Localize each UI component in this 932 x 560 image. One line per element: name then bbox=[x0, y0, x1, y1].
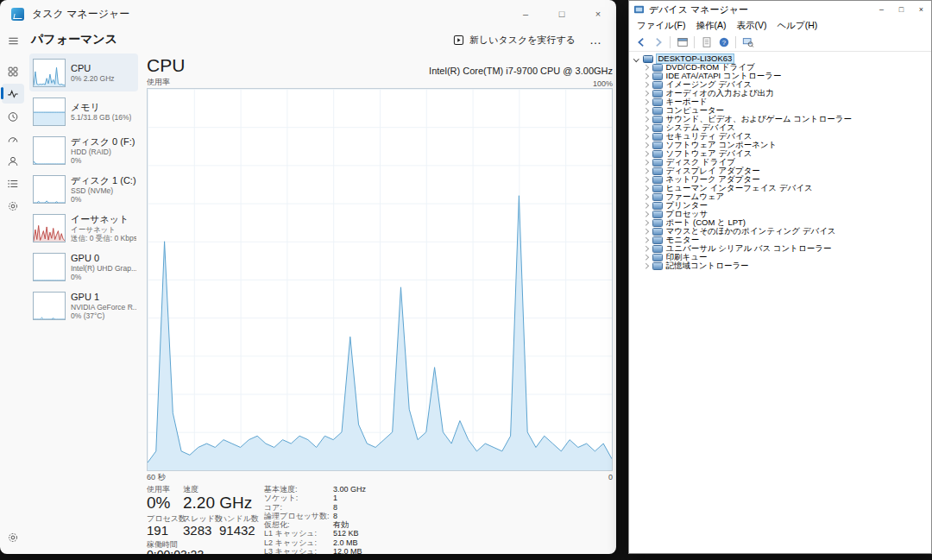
expand-chevron-icon[interactable] bbox=[643, 134, 648, 139]
expand-chevron-icon[interactable] bbox=[643, 263, 648, 268]
device-tree: DESKTOP-LI3OK63 DVD/CD-ROM ドライブ IDE ATA/… bbox=[629, 52, 931, 270]
usage-stat: 使用率 0% bbox=[147, 485, 183, 512]
settings-gear-icon[interactable] bbox=[2, 527, 24, 547]
performance-tab-icon[interactable] bbox=[2, 84, 24, 104]
disk-drives-icon bbox=[652, 159, 663, 167]
expand-chevron-icon[interactable] bbox=[643, 186, 648, 191]
expand-chevron-icon[interactable] bbox=[643, 194, 648, 199]
forward-icon[interactable] bbox=[651, 35, 665, 49]
more-options-button[interactable]: … bbox=[589, 33, 602, 47]
sidebar-item-disk1[interactable]: ディスク 1 (C:) SSD (NVMe) 0% bbox=[29, 170, 138, 208]
task-manager-window: タスク マネージャー – □ × bbox=[0, 0, 616, 554]
chart-axis-usage-label: 使用率 bbox=[147, 77, 170, 88]
sidebar-item-cpu[interactable]: CPU 0% 2.20 GHz bbox=[29, 53, 138, 91]
tree-item-storage-controllers[interactable]: 記憶域コントローラー bbox=[632, 261, 931, 270]
maximize-button[interactable]: □ bbox=[891, 1, 911, 18]
firmware-icon bbox=[652, 193, 663, 201]
expand-chevron-icon[interactable] bbox=[643, 211, 648, 217]
svg-text:?: ? bbox=[721, 38, 726, 46]
chart-axis-zero-label: 0 bbox=[608, 473, 613, 481]
close-button[interactable]: × bbox=[580, 0, 616, 28]
ide-ata-atapi-controller-icon bbox=[652, 72, 663, 80]
expand-chevron-icon[interactable] bbox=[643, 229, 648, 234]
chart-axis-time-label: 60 秒 bbox=[147, 472, 166, 483]
gpu0-mini-chart bbox=[33, 253, 66, 281]
page-title: パフォーマンス bbox=[31, 32, 117, 47]
expand-chevron-icon[interactable] bbox=[643, 220, 648, 225]
menu-view[interactable]: 表示(V) bbox=[731, 20, 771, 32]
keyboard-icon bbox=[652, 98, 663, 106]
expand-chevron-icon[interactable] bbox=[643, 237, 648, 242]
toolbar-separator bbox=[670, 36, 671, 48]
expand-chevron-icon[interactable] bbox=[643, 65, 648, 70]
mice-pointing-devices-icon bbox=[652, 228, 663, 236]
expand-chevron-icon[interactable] bbox=[643, 99, 648, 104]
processes-tab-icon[interactable] bbox=[2, 61, 24, 81]
details-tab-icon[interactable] bbox=[2, 173, 24, 193]
task-manager-titlebar[interactable]: タスク マネージャー – □ × bbox=[0, 0, 616, 28]
expand-chevron-icon[interactable] bbox=[643, 142, 648, 148]
properties-icon[interactable] bbox=[699, 35, 714, 49]
expand-chevron-icon[interactable] bbox=[643, 82, 648, 87]
startup-apps-tab-icon[interactable] bbox=[2, 129, 24, 148]
ethernet-mini-chart bbox=[33, 214, 66, 242]
close-button[interactable]: × bbox=[911, 1, 931, 18]
sidebar-item-ethernet[interactable]: イーサネット イーサネット 送信: 0 受信: 0 Kbps bbox=[29, 209, 138, 247]
app-history-tab-icon[interactable] bbox=[2, 106, 24, 126]
menu-file[interactable]: ファイル(F) bbox=[632, 20, 690, 32]
processors-icon bbox=[652, 211, 663, 218]
help-icon[interactable]: ? bbox=[716, 35, 731, 49]
toolbar-separator bbox=[694, 36, 695, 48]
cpu-stats: 使用率 0% 速度 2.20 GHz プロセス数 bbox=[147, 483, 613, 554]
device-manager-toolbar: ? bbox=[629, 33, 931, 52]
expand-chevron-icon[interactable] bbox=[643, 177, 648, 182]
speed-stat: 速度 2.20 GHz bbox=[183, 485, 219, 512]
services-tab-icon[interactable] bbox=[2, 196, 24, 216]
sidebar-item-memory[interactable]: メモリ 5.1/31.8 GB (16%) bbox=[29, 92, 138, 130]
collapse-chevron-icon[interactable] bbox=[633, 56, 639, 61]
expand-chevron-icon[interactable] bbox=[643, 108, 648, 113]
expand-chevron-icon[interactable] bbox=[643, 160, 648, 165]
expand-chevron-icon[interactable] bbox=[643, 73, 648, 79]
hamburger-menu-icon[interactable] bbox=[2, 31, 24, 51]
device-manager-titlebar[interactable]: デバイス マネージャー – □ × bbox=[629, 1, 931, 18]
cpu-mini-chart bbox=[33, 59, 66, 87]
expand-chevron-icon[interactable] bbox=[643, 125, 648, 130]
run-task-icon bbox=[453, 35, 464, 46]
audio-inputs-outputs-icon bbox=[652, 90, 663, 98]
disk0-mini-chart bbox=[33, 136, 66, 165]
chart-axis-max-label: 100% bbox=[593, 79, 613, 88]
expand-chevron-icon[interactable] bbox=[643, 151, 648, 156]
system-devices-icon bbox=[652, 124, 663, 132]
menu-help[interactable]: ヘルプ(H) bbox=[771, 20, 822, 32]
back-icon[interactable] bbox=[633, 35, 648, 49]
device-manager-window: デバイス マネージャー – □ × ファイル(F) 操作(A) 表示(V) ヘル… bbox=[628, 0, 932, 554]
expand-chevron-icon[interactable] bbox=[643, 255, 648, 260]
maximize-button[interactable]: □ bbox=[544, 0, 580, 28]
print-queues-icon bbox=[652, 254, 663, 261]
minimize-button[interactable]: – bbox=[507, 0, 544, 28]
device-manager-title: デバイス マネージャー bbox=[649, 3, 748, 16]
expand-chevron-icon[interactable] bbox=[643, 203, 648, 208]
computer-icon bbox=[643, 55, 653, 63]
cpu-usage-area-chart bbox=[148, 89, 612, 470]
users-tab-icon[interactable] bbox=[2, 151, 24, 171]
expand-chevron-icon[interactable] bbox=[643, 116, 648, 122]
run-new-task-button[interactable]: 新しいタスクを実行する bbox=[453, 34, 576, 47]
expand-chevron-icon[interactable] bbox=[643, 91, 648, 96]
threads-stat: スレッド数 3283 bbox=[183, 514, 219, 538]
show-console-tree-icon[interactable] bbox=[675, 35, 690, 49]
ports-com-lpt-icon bbox=[652, 219, 663, 227]
sidebar-item-gpu0[interactable]: GPU 0 Intel(R) UHD Grap... 0% bbox=[29, 248, 138, 286]
expand-chevron-icon[interactable] bbox=[643, 246, 648, 251]
expand-chevron-icon[interactable] bbox=[643, 168, 648, 173]
sidebar-item-disk0[interactable]: ディスク 0 (F:) HDD (RAID) 0% bbox=[29, 131, 138, 169]
minimize-button[interactable]: – bbox=[872, 1, 891, 18]
sidebar-item-gpu1[interactable]: GPU 1 NVIDIA GeForce R... 0% (37°C) bbox=[29, 286, 138, 324]
menu-action[interactable]: 操作(A) bbox=[690, 20, 731, 32]
display-adapters-icon bbox=[652, 167, 663, 175]
uptime-stat: 稼働時間 0:00:03:23 bbox=[147, 540, 261, 554]
device-manager-app-icon bbox=[633, 4, 645, 16]
scan-hardware-changes-icon[interactable] bbox=[740, 35, 755, 49]
performance-sidebar: CPU 0% 2.20 GHz メモリ 5.1/31.8 GB (16%) bbox=[29, 53, 138, 554]
